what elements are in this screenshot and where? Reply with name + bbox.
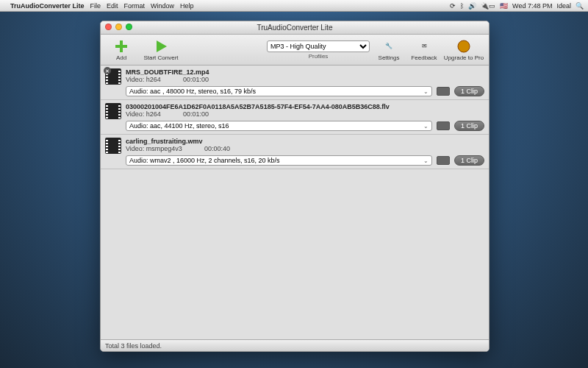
menu-format[interactable]: Format xyxy=(124,2,146,10)
settings-label: Settings xyxy=(379,54,400,61)
upgrade-button[interactable]: Upgrade to Pro xyxy=(443,36,484,64)
add-button[interactable]: Add xyxy=(105,36,137,64)
svg-point-3 xyxy=(458,40,470,52)
upgrade-label: Upgrade to Pro xyxy=(444,54,484,61)
video-codec: Video: msmpeg4v3 xyxy=(126,145,182,152)
close-window-button[interactable] xyxy=(105,24,112,30)
feedback-button[interactable]: ✉ Feedback xyxy=(408,36,440,64)
app-window: TruAudioConverter Lite Add Start Convert… xyxy=(100,21,490,352)
remove-file-button[interactable]: ✕ xyxy=(104,67,111,74)
window-title: TruAudioConverter Lite xyxy=(257,24,332,32)
preview-icon[interactable] xyxy=(437,121,450,130)
toolbar: Add Start Convert MP3 - High Quality Pro… xyxy=(101,35,489,66)
file-row[interactable]: carling_frustraiting.wmv Video: msmpeg4v… xyxy=(101,135,489,169)
clip-button[interactable]: 1 Clip xyxy=(454,155,484,166)
file-list: ✕ MRS_DOUBTFIRE_12.mp4 Video: h26400:01:… xyxy=(101,66,489,339)
audio-track-select[interactable]: Audio: aac , 48000 Hz, stereo, s16, 79 k… xyxy=(126,86,432,96)
video-codec: Video: h264 xyxy=(126,110,161,118)
pro-badge-icon xyxy=(456,39,471,54)
file-name: MRS_DOUBTFIRE_12.mp4 xyxy=(126,68,484,76)
app-menu[interactable]: TruAudioConverter Lite xyxy=(10,2,85,10)
clip-button[interactable]: 1 Clip xyxy=(454,121,484,131)
video-codec: Video: h264 xyxy=(126,76,161,83)
system-menubar: TruAudioConverter Lite File Edit Format … xyxy=(0,0,588,12)
file-row[interactable]: ✕ MRS_DOUBTFIRE_12.mp4 Video: h26400:01:… xyxy=(101,66,489,100)
preview-icon[interactable] xyxy=(437,156,450,165)
svg-rect-1 xyxy=(115,45,127,48)
file-name: carling_frustraiting.wmv xyxy=(126,138,484,145)
flag-icon[interactable]: 🇺🇸 xyxy=(500,2,508,10)
add-label: Add xyxy=(116,54,126,61)
film-icon xyxy=(105,138,121,154)
window-titlebar[interactable]: TruAudioConverter Lite xyxy=(101,21,489,35)
wrench-icon: 🔧 xyxy=(381,39,396,54)
status-text: Total 3 files loaded. xyxy=(105,342,162,350)
status-bar: Total 3 files loaded. xyxy=(101,339,489,351)
start-label: Start Convert xyxy=(143,54,178,61)
audio-track-select[interactable]: Audio: aac, 44100 Hz, stereo, s16⌄ xyxy=(126,121,432,131)
volume-icon[interactable]: 🔊 xyxy=(468,2,476,10)
file-row[interactable]: 03000201004FE6A1D62F0A0118A5A52B7A5185-5… xyxy=(101,100,489,135)
profiles-label: Profiles xyxy=(309,53,329,60)
svg-marker-2 xyxy=(157,40,167,52)
battery-icon[interactable]: 🔌▭ xyxy=(481,2,495,10)
sync-icon[interactable]: ⟳ xyxy=(450,2,456,10)
menu-edit[interactable]: Edit xyxy=(107,2,118,10)
clock[interactable]: Wed 7:48 PM xyxy=(512,2,552,10)
clip-button[interactable]: 1 Clip xyxy=(454,86,484,96)
settings-button[interactable]: 🔧 Settings xyxy=(373,36,405,64)
menu-file[interactable]: File xyxy=(90,2,101,10)
envelope-icon: ✉ xyxy=(417,39,431,54)
bluetooth-icon[interactable]: ᛒ xyxy=(460,2,464,10)
file-name: 03000201004FE6A1D62F0A0118A5A52B7A5185-5… xyxy=(126,103,484,110)
audio-track-select[interactable]: Audio: wmav2 , 16000 Hz, 2 channels, s16… xyxy=(126,155,432,166)
user-menu[interactable]: Ideal xyxy=(556,2,571,10)
start-convert-button[interactable]: Start Convert xyxy=(140,36,182,64)
play-icon xyxy=(154,39,168,54)
plus-icon xyxy=(114,39,129,54)
profile-select[interactable]: MP3 - High Quality xyxy=(267,40,370,52)
feedback-label: Feedback xyxy=(411,54,437,61)
spotlight-icon[interactable]: 🔍 xyxy=(576,2,584,10)
minimize-window-button[interactable] xyxy=(115,24,122,30)
zoom-window-button[interactable] xyxy=(126,24,132,30)
film-icon xyxy=(105,103,121,119)
menu-help[interactable]: Help xyxy=(180,2,194,10)
duration: 00:01:00 xyxy=(183,110,209,118)
preview-icon[interactable] xyxy=(437,87,450,96)
duration: 00:00:40 xyxy=(204,145,230,152)
duration: 00:01:00 xyxy=(183,76,209,83)
menu-window[interactable]: Window xyxy=(151,2,174,10)
